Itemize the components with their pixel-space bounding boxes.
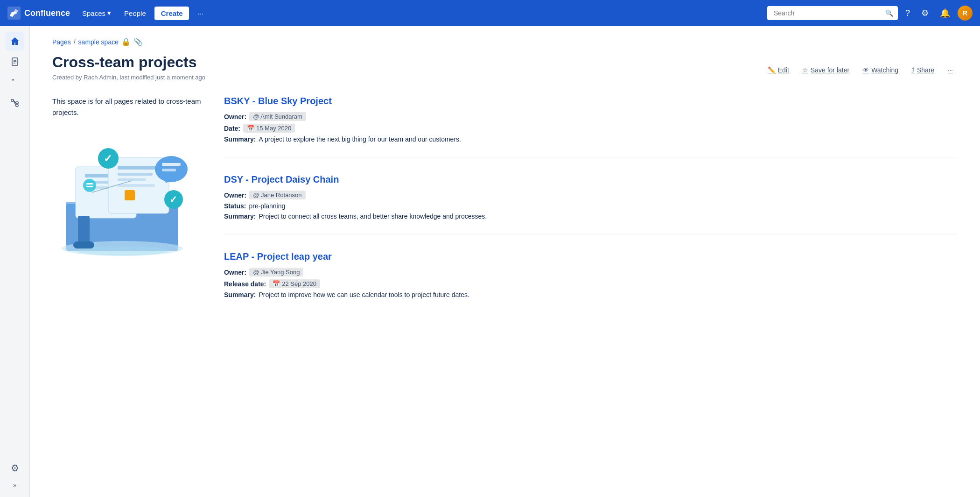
breadcrumb-pages[interactable]: Pages	[52, 38, 71, 46]
share-icon: ⤴	[911, 66, 915, 74]
create-button[interactable]: Create	[154, 7, 189, 20]
svg-text:✓: ✓	[104, 153, 112, 164]
project-bsky-title[interactable]: BSKY - Blue Sky Project	[224, 96, 958, 106]
svg-rect-22	[125, 190, 135, 200]
content-layout: This space is for all pages related to c…	[52, 96, 958, 329]
sidebar-collapse-btn[interactable]: »	[10, 479, 19, 491]
svg-rect-7	[16, 102, 18, 104]
svg-text:✓: ✓	[169, 194, 177, 205]
save-for-later-button[interactable]: ☆ Save for later	[798, 64, 854, 77]
project-dsy-summary: Summary: Project to connect all cross te…	[224, 213, 958, 220]
project-bsky-summary: Summary: A project to explore the next b…	[224, 135, 958, 143]
project-leap-title[interactable]: LEAP - Project leap year	[224, 251, 958, 262]
settings-icon: ⚙	[921, 8, 929, 18]
project-dsy-status: Status: pre-planning	[224, 202, 958, 210]
top-nav: Confluence Spaces ▾ People Create ··· 🔍 …	[0, 0, 980, 26]
edit-button[interactable]: ✏️ Edit	[763, 64, 794, 77]
project-bsky-date: Date: 📅 15 May 2020	[224, 124, 958, 133]
svg-rect-33	[78, 216, 90, 244]
date-tag: 📅 15 May 2020	[243, 124, 295, 133]
project-bsky: BSKY - Blue Sky Project Owner: @ Amit Su…	[224, 96, 958, 157]
svg-rect-8	[16, 105, 18, 106]
sidebar-item-tree[interactable]	[6, 93, 24, 112]
svg-rect-6	[11, 99, 14, 101]
svg-rect-26	[162, 169, 176, 171]
help-icon: ?	[905, 8, 910, 18]
search-icon: 🔍	[885, 9, 893, 17]
owner-tag: @ Amit Sundaram	[249, 112, 306, 121]
project-dsy-title[interactable]: DSY - Project Daisy Chain	[224, 174, 958, 185]
svg-rect-18	[118, 166, 160, 170]
release-date-tag: 📅 22 Sep 2020	[269, 279, 320, 288]
attachment-icon: 📎	[133, 37, 143, 46]
search-wrap: 🔍	[767, 6, 898, 20]
sidebar-item-pages[interactable]	[6, 52, 24, 71]
edit-icon: ✏️	[768, 66, 776, 74]
svg-rect-19	[118, 173, 153, 176]
more-nav[interactable]: ···	[193, 7, 208, 20]
logo-text: Confluence	[24, 8, 70, 18]
watching-button[interactable]: 👁 Watching	[858, 64, 903, 77]
project-dsy-owner: Owner: @ Jane Rotanson	[224, 191, 958, 199]
sidebar-item-home[interactable]	[6, 32, 24, 50]
breadcrumb: Pages / sample space 🔒 📎	[52, 37, 958, 46]
breadcrumb-space[interactable]: sample space	[78, 38, 119, 46]
breadcrumb-sep: /	[74, 38, 76, 46]
calendar-icon: 📅	[273, 280, 280, 287]
project-dsy: DSY - Project Daisy Chain Owner: @ Jane …	[224, 174, 958, 234]
svg-rect-25	[162, 163, 181, 166]
gear-icon: ⚙	[11, 462, 19, 474]
share-button[interactable]: ⤴ Share	[907, 64, 939, 77]
svg-rect-21	[118, 184, 155, 187]
svg-text:": "	[11, 78, 14, 87]
help-button[interactable]: ?	[902, 6, 914, 21]
project-leap-summary: Summary: Project to improve how we can u…	[224, 291, 958, 298]
sidebar-item-settings[interactable]: ⚙	[6, 459, 24, 477]
illustration: ✓ ✓	[52, 129, 192, 260]
more-icon: ···	[947, 66, 953, 74]
project-leap: LEAP - Project leap year Owner: @ Jie Ya…	[224, 251, 958, 312]
svg-point-36	[83, 179, 96, 192]
eye-icon: 👁	[862, 66, 869, 74]
main-content: Pages / sample space 🔒 📎 ✏️ Edit ☆ Save …	[30, 26, 980, 497]
spaces-menu[interactable]: Spaces ▾	[77, 6, 116, 20]
left-sidebar: " ⚙ »	[0, 26, 30, 497]
content-left: This space is for all pages related to c…	[52, 96, 202, 329]
projects-list: BSKY - Blue Sky Project Owner: @ Amit Su…	[224, 96, 958, 329]
people-nav[interactable]: People	[119, 7, 151, 20]
user-avatar[interactable]: R	[958, 6, 973, 21]
intro-text: This space is for all pages related to c…	[52, 96, 202, 118]
confluence-logo[interactable]: Confluence	[7, 7, 70, 20]
more-actions-button[interactable]: ···	[943, 64, 958, 77]
calendar-icon: 📅	[247, 125, 254, 132]
svg-rect-34	[73, 241, 94, 248]
svg-rect-38	[86, 186, 93, 187]
sidebar-item-quote[interactable]: "	[6, 73, 24, 92]
owner-tag: @ Jane Rotanson	[249, 191, 305, 199]
page-actions: ✏️ Edit ☆ Save for later 👁 Watching ⤴ Sh…	[763, 64, 958, 77]
owner-tag: @ Jie Yang Song	[249, 268, 303, 277]
project-leap-owner: Owner: @ Jie Yang Song	[224, 268, 958, 277]
project-leap-release: Release date: 📅 22 Sep 2020	[224, 279, 958, 288]
notifications-button[interactable]: 🔔	[936, 5, 954, 21]
bell-icon: 🔔	[940, 8, 950, 18]
project-bsky-owner: Owner: @ Amit Sundaram	[224, 112, 958, 121]
page-icon: 🔒	[121, 37, 131, 46]
settings-button[interactable]: ⚙	[917, 5, 932, 21]
search-input[interactable]	[767, 6, 898, 20]
star-icon: ☆	[802, 66, 808, 74]
svg-rect-37	[86, 183, 93, 185]
